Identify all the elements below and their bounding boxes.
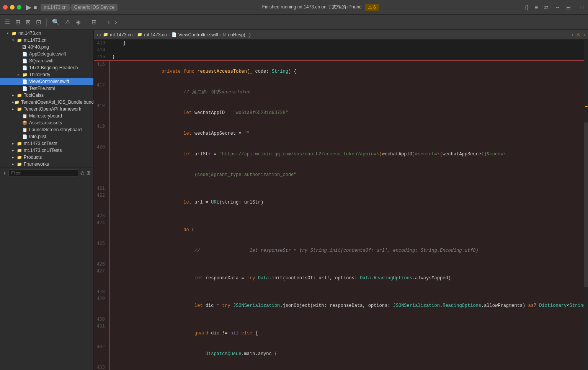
sidebar-item-label: Info.plist xyxy=(29,134,46,139)
line-code: DispatchQueue.main.async { xyxy=(109,344,584,364)
line-code: let url = URL(string: urlStr) xyxy=(109,192,584,213)
add-file-button[interactable]: + xyxy=(3,170,6,176)
breadcrumb-nav-next[interactable]: › xyxy=(583,32,585,37)
folder-icon: 📁 xyxy=(17,162,22,167)
table-row: 426 xyxy=(94,261,584,268)
header-icon: 📄 xyxy=(22,65,28,70)
breadcrumb-part1[interactable]: mt.1473.cn xyxy=(110,32,132,37)
toolbar-nav-prev-icon[interactable]: ‹ xyxy=(106,18,111,26)
folder-icon: 📁 xyxy=(17,141,22,146)
braces-button[interactable]: {} xyxy=(524,3,530,11)
sidebar-item-appdelegate[interactable]: 📄 AppDelegate.swift xyxy=(0,51,93,57)
toolbar-grid2-icon[interactable]: ⊞ xyxy=(90,18,98,26)
sidebar-item-products[interactable]: 📁 Products xyxy=(0,154,93,161)
sidebar-item-label: Frameworks xyxy=(24,161,49,167)
toolbar-warning-icon[interactable]: ⚠ xyxy=(64,18,72,26)
sidebar-item-assets[interactable]: 📦 Assets.xcassets xyxy=(0,119,93,126)
nav-next-icon[interactable]: › xyxy=(100,32,101,37)
sidebar-item-bridging[interactable]: 📄 1473-Brigding-Header.h xyxy=(0,64,93,71)
sidebar-item-img[interactable]: 🖼 40*40.png xyxy=(0,44,93,51)
sidebar-item-frameworks[interactable]: 📁 Frameworks xyxy=(0,161,93,168)
close-button[interactable] xyxy=(3,5,8,10)
panels-button[interactable]: □□ xyxy=(575,3,585,11)
breadcrumb-warning-icon[interactable]: ⚠ xyxy=(576,32,580,37)
sidebar-item-toolcalss[interactable]: 📁 ToolCalss xyxy=(0,92,93,99)
filter-icon1[interactable]: ◎ xyxy=(80,170,84,176)
sidebar-item-tencent-framework[interactable]: 📁 TencentOpenAPI.framework xyxy=(0,106,93,112)
sidebar-item-sqcan[interactable]: 📄 SQcan.swift xyxy=(0,57,93,64)
scroll-thumb xyxy=(584,122,588,288)
scrollbar-minimap[interactable] xyxy=(584,40,588,370)
line-number: 419 xyxy=(94,123,109,144)
toolbar-dot-icon[interactable]: ⊡ xyxy=(34,18,42,26)
table-row: 431 guard dic != nil else { xyxy=(94,323,584,344)
folder-icon: 📁 xyxy=(11,31,17,36)
line-number: 427 xyxy=(94,268,109,289)
sidebar-item-label: Products xyxy=(24,155,42,160)
line-number: 417 xyxy=(94,82,109,103)
sidebar-item-thirdparty[interactable]: 📁 ThirdParty xyxy=(0,71,93,78)
toolbar-sep1 xyxy=(46,18,47,26)
breadcrumb-part3[interactable]: ViewController.swift xyxy=(178,32,218,37)
storyboard-icon: 📋 xyxy=(22,127,28,132)
swift-icon: 📄 xyxy=(22,52,28,57)
sidebar-item-label: 1473-Brigding-Header.h xyxy=(29,65,78,70)
warning-badge[interactable]: ⚠ 6 xyxy=(365,4,379,11)
folder-icon: 📁 xyxy=(22,72,28,77)
sidebar-item-tests[interactable]: 📁 mt.1473.cnTests xyxy=(0,140,93,147)
device-label[interactable]: Generic iOS Device xyxy=(71,4,118,11)
code-editor[interactable]: 413 } 414 415 } xyxy=(94,40,588,370)
toolbar-navigator-icon[interactable]: ☰ xyxy=(3,18,11,26)
filter-icon2[interactable]: ⊞ xyxy=(87,170,90,176)
line-code: } xyxy=(109,54,584,61)
scheme-label[interactable]: mt.1473.cn xyxy=(41,4,69,11)
scroll-marker-warning xyxy=(585,106,588,107)
stop-button[interactable]: ■ xyxy=(34,4,37,10)
arrows-button[interactable]: ⇄ xyxy=(542,3,550,11)
toolbar-search-icon[interactable]: 🔍 xyxy=(51,18,61,26)
line-code: // let responseStr = try String.init(con… xyxy=(109,240,584,261)
line-code: let responseData = try Data.init(content… xyxy=(109,268,584,289)
breadcrumb-nav-prev[interactable]: ‹ xyxy=(572,32,573,37)
lines-button[interactable]: ≡ xyxy=(533,3,539,11)
table-row: 419 let wechatAppSecret = "" xyxy=(94,123,584,144)
toolbar-sep3 xyxy=(102,18,102,26)
sidebar-item-viewcontroller[interactable]: 📄 ViewController.swift xyxy=(0,78,93,85)
split-button[interactable]: ⊟ xyxy=(565,3,572,11)
sidebar-item-info[interactable]: 📄 Info.plist xyxy=(0,133,93,140)
folder-icon: 📁 xyxy=(17,107,22,112)
triangle-icon xyxy=(12,93,17,97)
sidebar-item-main-storyboard[interactable]: 📋 Main.storyboard xyxy=(0,112,93,119)
toolbar-grid-icon[interactable]: ⊞ xyxy=(14,18,22,26)
table-row: (code)&grant_type=authorization_code" xyxy=(94,165,584,185)
line-number xyxy=(94,165,109,185)
sidebar-item-testfile[interactable]: 📄 TestFile.html xyxy=(0,85,93,92)
line-code: (code)&grant_type=authorization_code" xyxy=(109,165,584,185)
toolbar-nav-next-icon[interactable]: › xyxy=(113,18,118,26)
breadcrumb-part2[interactable]: mt.1473.cn xyxy=(144,32,167,37)
toolbar-diamond-icon[interactable]: ◈ xyxy=(74,18,82,26)
arrows2-button[interactable]: ↔ xyxy=(553,3,562,11)
sidebar-item-uitests[interactable]: 📁 mt.1473.cnUITests xyxy=(0,147,93,154)
maximize-button[interactable] xyxy=(17,5,21,10)
code-scroll-area[interactable]: 413 } 414 415 } xyxy=(94,40,584,370)
sidebar-item-project[interactable]: 📁 mt.1473.cn xyxy=(0,37,93,44)
table-row: 422 let url = URL(string: urlStr) xyxy=(94,192,584,213)
triangle-icon xyxy=(18,73,22,77)
breadcrumb-part4[interactable]: onResp(...) xyxy=(228,32,250,37)
sidebar-item-tencent-bundle[interactable]: 📁 TencentOpenApi_IOS_Bundle.bundle xyxy=(0,99,93,106)
sidebar-item-label: Assets.xcassets xyxy=(29,120,62,126)
sidebar-item-launchscreen[interactable]: 📋 LaunchScreen.storyboard xyxy=(0,126,93,133)
breadcrumb-sep3: › xyxy=(220,32,221,37)
sidebar-item-label: Main.storyboard xyxy=(29,113,62,119)
run-button[interactable]: ▶ xyxy=(26,3,31,11)
filter-input[interactable] xyxy=(8,170,78,176)
sidebar-item-root[interactable]: 📁 mt.1473.cn xyxy=(0,30,93,37)
assets-icon: 📦 xyxy=(22,121,28,126)
nav-prev-icon[interactable]: ‹ xyxy=(97,32,98,37)
toolbar-x-icon[interactable]: ⊠ xyxy=(24,18,32,26)
breadcrumb-icon4: M xyxy=(223,33,226,37)
folder-icon: 📁 xyxy=(17,93,22,98)
minimize-button[interactable] xyxy=(10,5,15,10)
line-number: 420 xyxy=(94,144,109,165)
